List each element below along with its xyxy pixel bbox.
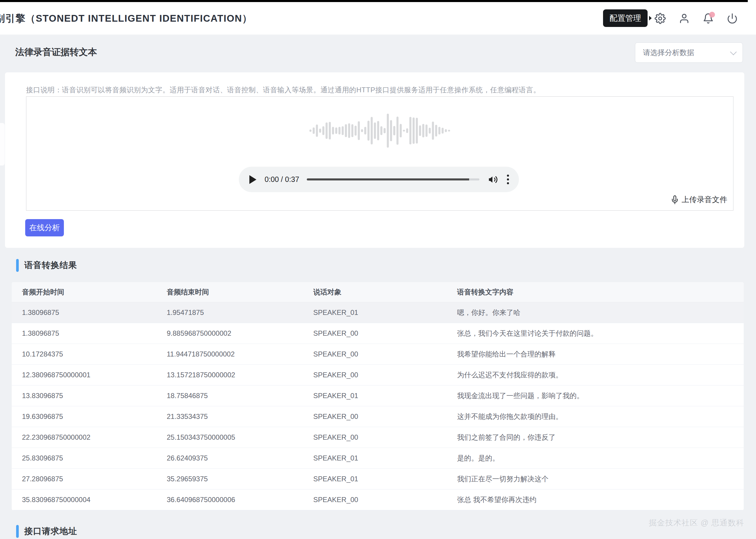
table-row[interactable]: 1.380968751.95471875SPEAKER_01嗯，你好。你来了哈 <box>12 302 744 323</box>
browser-top-strip <box>0 0 748 2</box>
table-cell: 9.885968750000002 <box>156 323 303 344</box>
table-row[interactable]: 1.380968759.885968750000002SPEAKER_00张总，… <box>12 323 744 344</box>
waveform-bar <box>309 129 311 132</box>
waveform-bar <box>377 121 379 140</box>
header-icon-group <box>655 2 738 35</box>
waveform-bar <box>400 124 402 137</box>
waveform-bar <box>335 127 337 134</box>
table-cell: 这并不能成为你拖欠款项的理由。 <box>447 406 744 427</box>
chevron-down-icon <box>730 48 737 55</box>
table-row[interactable]: 12.38096875000000113.157218750000002SPEA… <box>12 364 744 385</box>
table-cell: 11.944718750000002 <box>156 344 303 364</box>
volume-icon[interactable] <box>488 174 498 185</box>
waveform-bar <box>322 126 324 135</box>
waveform-bar <box>406 128 408 133</box>
table-cell: 36.640968750000006 <box>156 489 303 510</box>
table-cell: 1.38096875 <box>12 323 156 344</box>
waveform-bar <box>435 125 437 136</box>
results-section-title: 语音转换结果 <box>16 259 77 272</box>
player-menu-icon[interactable] <box>506 173 510 186</box>
table-row[interactable]: 25.8309687526.62409375SPEAKER_01是的。是的。 <box>12 448 744 468</box>
table-cell: 1.95471875 <box>156 302 303 323</box>
accent-bar <box>16 525 19 538</box>
api-description: 接口说明：语音识别可以将音频识别为文字。适用于语音对话、语音控制、语音输入等场景… <box>26 85 540 95</box>
microphone-icon <box>670 195 679 204</box>
waveform-bar <box>393 126 395 135</box>
analyze-button[interactable]: 在线分析 <box>25 219 64 236</box>
table-cell: 我现金流出现了一些问题，影响了我的。 <box>447 385 744 406</box>
notification-badge <box>709 12 715 18</box>
user-icon[interactable] <box>679 13 690 24</box>
waveform-bar <box>338 127 341 134</box>
watermark: 掘金技术社区 @ 思通数科 <box>649 518 744 528</box>
upload-label: 上传录音文件 <box>682 194 727 205</box>
audio-time: 0:00 / 0:37 <box>265 175 299 184</box>
column-header: 音频开始时间 <box>12 282 156 302</box>
waveform-bar <box>313 127 315 134</box>
audio-player: 0:00 / 0:37 <box>239 167 519 192</box>
table-cell: 25.150343750000005 <box>156 427 303 448</box>
accent-bar <box>16 259 19 272</box>
app-header: 别引擎（STONEDT INTELLIGENT IDENTIFICATION） … <box>0 2 756 35</box>
waveform-bar <box>348 123 350 138</box>
table-row[interactable]: 13.8309687518.75846875SPEAKER_01我现金流出现了一… <box>12 385 744 406</box>
waveform-bar <box>380 126 382 135</box>
table-cell: SPEAKER_01 <box>303 302 447 323</box>
waveform-bar <box>319 128 321 133</box>
waveform-bar <box>409 117 411 144</box>
waveform-bar <box>342 126 344 135</box>
table-cell: SPEAKER_01 <box>303 385 447 406</box>
waveform-bar <box>448 130 450 131</box>
waveform-bar <box>361 129 363 132</box>
table-cell: 为什么迟迟不支付我应得的款项。 <box>447 364 744 385</box>
notification-bell-icon[interactable] <box>703 13 714 24</box>
table-row[interactable]: 35.83096875000000436.640968750000006SPEA… <box>12 489 744 510</box>
table-cell: SPEAKER_00 <box>303 364 447 385</box>
column-header: 音频结束时间 <box>156 282 303 302</box>
table-cell: 21.33534375 <box>156 406 303 427</box>
table-cell: 嗯，你好。你来了哈 <box>447 302 744 323</box>
waveform-bar <box>422 124 424 137</box>
request-section-label: 接口请求地址 <box>24 525 77 537</box>
table-cell: 13.83096875 <box>12 385 156 406</box>
waveform-bar <box>442 128 444 133</box>
table-cell: SPEAKER_00 <box>303 489 447 510</box>
table-cell: SPEAKER_01 <box>303 468 447 489</box>
table-cell: 25.83096875 <box>12 448 156 468</box>
table-row[interactable]: 10.1728437511.944718750000002SPEAKER_00我… <box>12 344 744 364</box>
table-row[interactable]: 22.23096875000000225.150343750000005SPEA… <box>12 427 744 448</box>
results-table: 音频开始时间音频结束时间说话对象语音转换文字内容 1.380968751.954… <box>12 282 744 510</box>
table-cell: 张总 我不希望你再次违约 <box>447 489 744 510</box>
waveform-bar <box>425 124 428 137</box>
table-cell: 12.380968750000001 <box>12 364 156 385</box>
waveform-bar <box>316 124 318 137</box>
upload-audio-link[interactable]: 上传录音文件 <box>670 194 727 205</box>
power-icon[interactable] <box>727 13 738 24</box>
table-cell: SPEAKER_01 <box>303 448 447 468</box>
audio-panel: 0:00 / 0:37 上传录音文件 <box>26 96 733 211</box>
page-content: 法律录音证据转文本 请选择分析数据 接口说明：语音识别可以将音频识别为文字。适用… <box>0 35 756 539</box>
table-cell: 13.157218750000002 <box>156 364 303 385</box>
table-cell: 18.75846875 <box>156 385 303 406</box>
waveform-bar <box>332 127 334 134</box>
audio-waveform <box>309 113 450 148</box>
waveform-bar <box>358 121 360 140</box>
waveform-bar <box>374 122 376 139</box>
table-cell: 19.63096875 <box>12 406 156 427</box>
table-cell: SPEAKER_00 <box>303 344 447 364</box>
audio-progress-bar[interactable] <box>307 179 479 181</box>
config-tooltip: 配置管理 <box>603 9 647 27</box>
select-placeholder: 请选择分析数据 <box>643 48 730 57</box>
waveform-bar <box>355 126 357 136</box>
waveform-bar <box>403 130 405 131</box>
table-row[interactable]: 27.2809687535.29659375SPEAKER_01我们正在尽一切努… <box>12 468 744 489</box>
table-row[interactable]: 19.6309687521.33534375SPEAKER_00这并不能成为你拖… <box>12 406 744 427</box>
waveform-bar <box>390 120 392 141</box>
waveform-bar <box>345 124 347 137</box>
play-button[interactable] <box>249 175 256 184</box>
analysis-data-select[interactable]: 请选择分析数据 <box>635 42 743 63</box>
waveform-bar <box>364 127 366 134</box>
collapsed-drawer-handle[interactable] <box>0 123 5 166</box>
request-section-title: 接口请求地址 <box>16 525 77 538</box>
settings-gear-icon[interactable] <box>655 13 666 24</box>
